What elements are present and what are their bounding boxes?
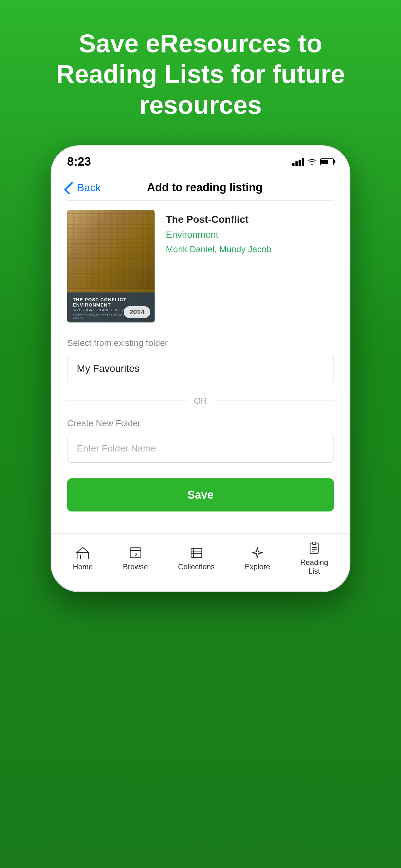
chevron-left-icon bbox=[64, 182, 77, 195]
browse-icon bbox=[127, 546, 144, 560]
status-time: 8:23 bbox=[67, 155, 91, 168]
save-button[interactable]: Save bbox=[67, 478, 334, 512]
or-line-left bbox=[67, 401, 188, 401]
folder-select[interactable]: My Favourites bbox=[67, 354, 334, 383]
bottom-nav: Home Browse bbox=[52, 533, 349, 591]
book-authors: Monk Daniel, Mundy Jacob bbox=[166, 243, 271, 255]
folder-name-input[interactable]: Enter Folder Name bbox=[67, 434, 334, 463]
back-label: Back bbox=[77, 182, 101, 194]
status-icons bbox=[292, 158, 334, 166]
status-bar: 8:23 bbox=[52, 146, 349, 172]
or-line-right bbox=[213, 401, 334, 401]
page-title: Add to reading listing bbox=[101, 181, 309, 194]
hero-title: Save eResources to Reading Lists for fut… bbox=[0, 0, 401, 139]
select-folder-label: Select from existing folder bbox=[67, 338, 334, 348]
svg-rect-5 bbox=[191, 549, 202, 557]
cover-image bbox=[67, 210, 155, 289]
home-icon bbox=[75, 546, 91, 560]
nav-item-reading-list[interactable]: Reading List bbox=[300, 541, 328, 576]
cover-year: 2014 bbox=[124, 306, 150, 318]
phone-mockup: 8:23 bbox=[51, 145, 350, 592]
create-folder-label: Create New Folder bbox=[67, 418, 334, 428]
book-section: THE POST-CONFLICT ENVIRONMENT INVESTIGAT… bbox=[67, 210, 334, 322]
reading-list-icon bbox=[306, 541, 322, 556]
signal-icon bbox=[292, 158, 304, 166]
reading-list-nav-label: Reading List bbox=[300, 558, 328, 576]
book-info: The Post-Conflict Environment Monk Danie… bbox=[166, 210, 271, 322]
collections-nav-label: Collections bbox=[178, 562, 214, 571]
book-title: The Post-Conflict bbox=[166, 213, 271, 226]
nav-item-browse[interactable]: Browse bbox=[123, 546, 148, 571]
nav-item-collections[interactable]: Collections bbox=[178, 546, 214, 571]
book-cover: THE POST-CONFLICT ENVIRONMENT INVESTIGAT… bbox=[67, 210, 155, 322]
home-nav-label: Home bbox=[73, 562, 93, 571]
nav-bar: Back Add to reading listing bbox=[67, 172, 334, 200]
svg-rect-1 bbox=[80, 555, 85, 559]
collections-icon bbox=[188, 546, 205, 560]
explore-icon bbox=[249, 546, 265, 560]
or-divider: OR bbox=[67, 396, 334, 406]
app-content: Back Add to reading listing THE POST-CON… bbox=[52, 172, 349, 533]
book-subtitle[interactable]: Environment bbox=[166, 229, 271, 240]
svg-rect-11 bbox=[312, 542, 316, 545]
wifi-icon bbox=[308, 158, 316, 165]
cover-title: THE POST-CONFLICT ENVIRONMENT bbox=[73, 297, 149, 307]
nav-item-home[interactable]: Home bbox=[73, 546, 93, 571]
battery-icon bbox=[320, 158, 334, 165]
browse-nav-label: Browse bbox=[123, 562, 148, 571]
or-text: OR bbox=[194, 396, 207, 406]
back-button[interactable]: Back bbox=[67, 182, 101, 194]
explore-nav-label: Explore bbox=[245, 562, 270, 571]
form-section: Select from existing folder My Favourite… bbox=[67, 338, 334, 533]
svg-marker-9 bbox=[252, 548, 263, 558]
nav-item-explore[interactable]: Explore bbox=[245, 546, 270, 571]
